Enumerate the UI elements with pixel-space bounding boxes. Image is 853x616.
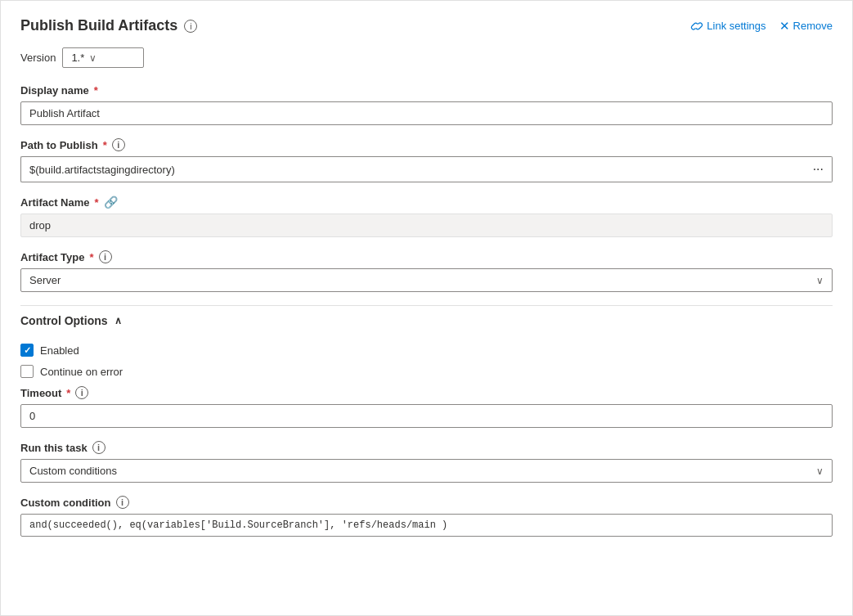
enabled-checkbox[interactable]	[20, 344, 34, 357]
artifact-name-input[interactable]: drop	[20, 214, 833, 237]
run-this-task-chevron-icon: ∨	[816, 465, 824, 477]
enabled-label: Enabled	[40, 344, 79, 357]
run-this-task-value: Custom conditions	[29, 465, 117, 477]
artifact-name-label: Artifact Name * 🔗	[20, 196, 833, 209]
link-settings-label: Link settings	[707, 20, 765, 32]
custom-condition-label: Custom condition i	[20, 496, 833, 509]
version-select[interactable]: 1.* ∨	[62, 47, 144, 68]
timeout-input[interactable]	[20, 404, 833, 428]
artifact-type-required: *	[90, 251, 94, 263]
display-name-input[interactable]	[20, 101, 833, 125]
remove-button[interactable]: ✕ Remove	[779, 19, 833, 34]
artifact-name-group: Artifact Name * 🔗 drop	[20, 196, 833, 237]
artifact-type-value: Server	[29, 274, 61, 286]
control-options-label: Control Options	[20, 314, 108, 327]
enabled-row: Enabled	[20, 344, 833, 357]
browse-dots: ···	[813, 162, 824, 176]
display-name-group: Display name *	[20, 84, 833, 125]
timeout-label: Timeout * i	[20, 386, 833, 399]
path-browse-button[interactable]: ···	[805, 156, 833, 182]
page-title: Publish Build Artifacts	[20, 17, 177, 34]
run-this-task-group: Run this task i Custom conditions ∨	[20, 441, 833, 483]
run-this-task-label: Run this task i	[20, 441, 833, 454]
link-icon	[690, 20, 703, 33]
path-to-publish-group: Path to Publish * i ···	[20, 138, 833, 182]
path-to-publish-input[interactable]	[20, 156, 805, 182]
artifact-type-group: Artifact Type * i Server ∨	[20, 250, 833, 292]
run-task-info-icon[interactable]: i	[92, 441, 106, 454]
continue-on-error-row: Continue on error	[20, 365, 833, 378]
artifact-type-info-icon[interactable]: i	[99, 250, 112, 263]
continue-on-error-checkbox[interactable]	[20, 365, 34, 378]
remove-label: Remove	[793, 20, 833, 32]
path-input-container: ···	[20, 156, 833, 182]
display-name-label: Display name *	[20, 84, 833, 97]
remove-x-icon: ✕	[779, 19, 790, 34]
title-info-icon[interactable]: i	[184, 20, 197, 33]
display-name-required: *	[94, 84, 98, 97]
artifact-type-select[interactable]: Server ∨	[20, 268, 833, 292]
continue-on-error-label: Continue on error	[40, 366, 123, 378]
control-options-chevron-icon: ∧	[114, 315, 122, 326]
custom-condition-info-icon[interactable]: i	[116, 496, 129, 509]
artifact-type-label: Artifact Type * i	[20, 250, 833, 263]
version-label: Version	[20, 52, 56, 64]
artifact-type-chevron-icon: ∨	[816, 275, 824, 286]
path-required: *	[103, 139, 107, 151]
timeout-info-icon[interactable]: i	[75, 386, 88, 399]
run-this-task-select[interactable]: Custom conditions ∨	[20, 459, 833, 483]
timeout-required: *	[66, 387, 70, 399]
custom-condition-input[interactable]	[20, 514, 833, 537]
custom-condition-group: Custom condition i	[20, 496, 833, 537]
path-to-publish-label: Path to Publish * i	[20, 138, 833, 151]
timeout-group: Timeout * i	[20, 386, 833, 428]
version-chevron-icon: ∨	[89, 52, 97, 64]
link-settings-button[interactable]: Link settings	[690, 20, 765, 33]
artifact-name-link-icon: 🔗	[104, 196, 118, 209]
control-options-section-header[interactable]: Control Options ∧	[20, 305, 833, 334]
artifact-name-required: *	[95, 196, 99, 209]
version-value: 1.*	[71, 52, 84, 64]
path-info-icon[interactable]: i	[112, 138, 125, 151]
